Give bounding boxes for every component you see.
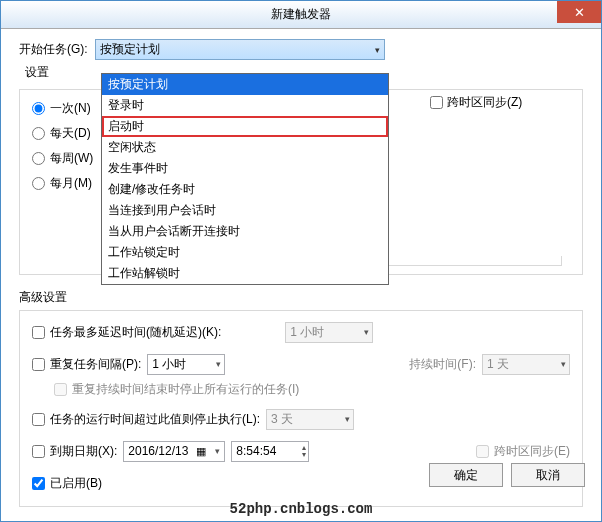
repeat-label: 重复任务间隔(P): [50, 356, 141, 373]
radio-daily-input[interactable] [32, 127, 45, 140]
window-title: 新建触发器 [271, 6, 331, 23]
begin-task-dropdown: 按预定计划 登录时 启动时 空闲状态 发生事件时 创建/修改任务时 当连接到用户… [101, 73, 389, 285]
repeat-checkbox[interactable] [32, 358, 45, 371]
dropdown-item[interactable]: 空闲状态 [102, 137, 388, 158]
begin-task-row: 开始任务(G): 按预定计划 ▾ [19, 39, 583, 60]
delay-label: 任务最多延迟时间(随机延迟)(K): [50, 324, 221, 341]
spinner-icon: ▴▾ [302, 444, 306, 458]
expire-tz-check: 跨时区同步(E) [476, 443, 570, 460]
radio-monthly-label: 每月(M) [50, 175, 92, 192]
delay-row: 任务最多延迟时间(随机延迟)(K): 1 小时 ▾ [32, 321, 570, 343]
advanced-title: 高级设置 [19, 289, 583, 306]
close-button[interactable]: ✕ [557, 1, 601, 23]
calendar-icon: ▦ [196, 445, 206, 458]
stop-after-repeat-checkbox [54, 383, 67, 396]
duration-label: 持续时间(F): [409, 356, 476, 373]
expire-date-value: 2016/12/13 [128, 444, 188, 458]
dropdown-item[interactable]: 按预定计划 [102, 74, 388, 95]
dropdown-item[interactable]: 当从用户会话断开连接时 [102, 221, 388, 242]
begin-task-combo[interactable]: 按预定计划 ▾ [95, 39, 385, 60]
close-icon: ✕ [574, 5, 585, 20]
tz-sync-checkbox[interactable] [430, 96, 443, 109]
expire-checkbox[interactable] [32, 445, 45, 458]
delay-check[interactable]: 任务最多延迟时间(随机延迟)(K): [32, 324, 221, 341]
stop-check[interactable]: 任务的运行时间超过此值则停止执行(L): [32, 411, 260, 428]
chevron-down-icon: ▾ [375, 45, 380, 55]
stop-row: 任务的运行时间超过此值则停止执行(L): 3 天 ▾ [32, 408, 570, 430]
repeat-check[interactable]: 重复任务间隔(P): [32, 356, 141, 373]
chevron-down-icon: ▾ [345, 414, 350, 424]
dialog-window: 新建触发器 ✕ 开始任务(G): 按预定计划 ▾ 设置 按预定计划 登录时 启动… [0, 0, 602, 522]
cancel-button[interactable]: 取消 [511, 463, 585, 487]
ok-button[interactable]: 确定 [429, 463, 503, 487]
button-bar: 确定 取消 [429, 463, 585, 487]
radio-weekly-label: 每周(W) [50, 150, 93, 167]
duration-select[interactable]: 1 天 ▾ [482, 354, 570, 375]
dropdown-item[interactable]: 创建/修改任务时 [102, 179, 388, 200]
stop-label: 任务的运行时间超过此值则停止执行(L): [50, 411, 260, 428]
begin-task-value: 按预定计划 [100, 41, 160, 58]
tz-sync-row: 跨时区同步(Z) [430, 94, 522, 111]
ok-label: 确定 [454, 467, 478, 484]
expire-time-value: 8:54:54 [236, 444, 276, 458]
dropdown-item[interactable]: 工作站解锁时 [102, 263, 388, 284]
dropdown-item-startup[interactable]: 启动时 [102, 116, 388, 137]
settings-label: 设置 [19, 64, 95, 81]
duration-value: 1 天 [487, 356, 509, 373]
delay-checkbox[interactable] [32, 326, 45, 339]
repeat-value: 1 小时 [152, 356, 186, 373]
radio-monthly-input[interactable] [32, 177, 45, 190]
enabled-check[interactable]: 已启用(B) [32, 475, 102, 492]
delay-select[interactable]: 1 小时 ▾ [285, 322, 373, 343]
expire-check[interactable]: 到期日期(X): [32, 443, 117, 460]
enabled-checkbox[interactable] [32, 477, 45, 490]
dropdown-item[interactable]: 工作站锁定时 [102, 242, 388, 263]
delay-value: 1 小时 [290, 324, 324, 341]
radio-once-label: 一次(N) [50, 100, 91, 117]
chevron-down-icon: ▾ [561, 359, 566, 369]
cancel-label: 取消 [536, 467, 560, 484]
dialog-content: 开始任务(G): 按预定计划 ▾ 设置 按预定计划 登录时 启动时 空闲状态 发… [1, 29, 601, 507]
begin-task-label: 开始任务(G): [19, 41, 95, 58]
expire-row: 到期日期(X): 2016/12/13 ▦ ▾ 8:54:54 ▴▾ 跨时区同步… [32, 440, 570, 462]
radio-daily-label: 每天(D) [50, 125, 91, 142]
repeat-row: 重复任务间隔(P): 1 小时 ▾ 持续时间(F): 1 天 ▾ [32, 353, 570, 375]
expire-tz-label: 跨时区同步(E) [494, 443, 570, 460]
chevron-down-icon: ▾ [364, 327, 369, 337]
stop-select[interactable]: 3 天 ▾ [266, 409, 354, 430]
dropdown-item[interactable]: 发生事件时 [102, 158, 388, 179]
chevron-down-icon: ▾ [215, 446, 220, 456]
title-bar: 新建触发器 ✕ [1, 1, 601, 29]
repeat-select[interactable]: 1 小时 ▾ [147, 354, 225, 375]
radio-once-input[interactable] [32, 102, 45, 115]
radio-weekly-input[interactable] [32, 152, 45, 165]
expire-tz-checkbox [476, 445, 489, 458]
stop-after-repeat-row: 重复持续时间结束时停止所有运行的任务(I) [54, 381, 570, 398]
stop-after-repeat-label: 重复持续时间结束时停止所有运行的任务(I) [72, 381, 299, 398]
expire-date-field[interactable]: 2016/12/13 ▦ ▾ [123, 441, 225, 462]
stop-checkbox[interactable] [32, 413, 45, 426]
enabled-label: 已启用(B) [50, 475, 102, 492]
expire-time-field[interactable]: 8:54:54 ▴▾ [231, 441, 309, 462]
dropdown-item[interactable]: 当连接到用户会话时 [102, 200, 388, 221]
chevron-down-icon: ▾ [216, 359, 221, 369]
expire-label: 到期日期(X): [50, 443, 117, 460]
dropdown-item[interactable]: 登录时 [102, 95, 388, 116]
tz-sync-label: 跨时区同步(Z) [447, 94, 522, 111]
stop-value: 3 天 [271, 411, 293, 428]
watermark-text: 52php.cnblogs.com [230, 501, 373, 517]
